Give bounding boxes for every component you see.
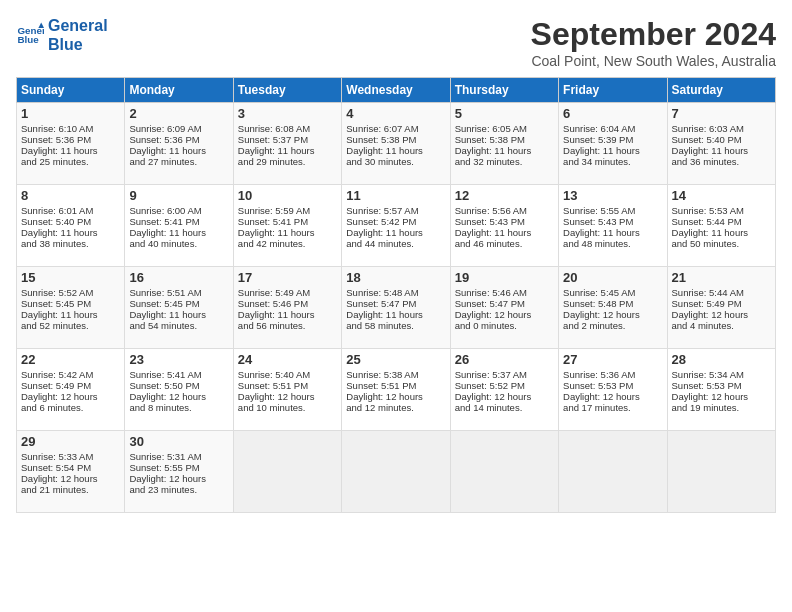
day-info: Daylight: 11 hours xyxy=(129,309,228,320)
calendar-cell: 16Sunrise: 5:51 AMSunset: 5:45 PMDayligh… xyxy=(125,267,233,349)
day-info: Sunrise: 6:04 AM xyxy=(563,123,662,134)
day-info: and 4 minutes. xyxy=(672,320,771,331)
calendar-cell: 1Sunrise: 6:10 AMSunset: 5:36 PMDaylight… xyxy=(17,103,125,185)
day-info: and 30 minutes. xyxy=(346,156,445,167)
calendar-cell: 10Sunrise: 5:59 AMSunset: 5:41 PMDayligh… xyxy=(233,185,341,267)
day-number: 29 xyxy=(21,434,120,449)
day-info: Sunset: 5:51 PM xyxy=(238,380,337,391)
day-info: Sunset: 5:52 PM xyxy=(455,380,554,391)
col-header-friday: Friday xyxy=(559,78,667,103)
day-info: Sunrise: 5:44 AM xyxy=(672,287,771,298)
day-number: 9 xyxy=(129,188,228,203)
svg-text:Blue: Blue xyxy=(17,35,39,46)
day-info: and 40 minutes. xyxy=(129,238,228,249)
day-info: and 29 minutes. xyxy=(238,156,337,167)
day-info: and 21 minutes. xyxy=(21,484,120,495)
col-header-saturday: Saturday xyxy=(667,78,775,103)
day-number: 1 xyxy=(21,106,120,121)
day-info: Daylight: 11 hours xyxy=(238,309,337,320)
day-info: Sunrise: 6:08 AM xyxy=(238,123,337,134)
logo-line1: General xyxy=(48,16,108,35)
day-number: 22 xyxy=(21,352,120,367)
day-info: and 38 minutes. xyxy=(21,238,120,249)
day-info: Sunset: 5:41 PM xyxy=(129,216,228,227)
col-header-sunday: Sunday xyxy=(17,78,125,103)
calendar-cell: 26Sunrise: 5:37 AMSunset: 5:52 PMDayligh… xyxy=(450,349,558,431)
day-number: 2 xyxy=(129,106,228,121)
week-row-4: 22Sunrise: 5:42 AMSunset: 5:49 PMDayligh… xyxy=(17,349,776,431)
day-info: and 42 minutes. xyxy=(238,238,337,249)
day-info: Sunset: 5:54 PM xyxy=(21,462,120,473)
col-header-monday: Monday xyxy=(125,78,233,103)
day-number: 17 xyxy=(238,270,337,285)
day-info: Sunrise: 5:45 AM xyxy=(563,287,662,298)
day-number: 26 xyxy=(455,352,554,367)
day-number: 25 xyxy=(346,352,445,367)
day-info: Daylight: 12 hours xyxy=(672,391,771,402)
week-row-2: 8Sunrise: 6:01 AMSunset: 5:40 PMDaylight… xyxy=(17,185,776,267)
day-info: Daylight: 11 hours xyxy=(455,227,554,238)
day-info: Sunset: 5:49 PM xyxy=(672,298,771,309)
day-number: 16 xyxy=(129,270,228,285)
day-number: 12 xyxy=(455,188,554,203)
day-info: Sunrise: 6:10 AM xyxy=(21,123,120,134)
col-header-tuesday: Tuesday xyxy=(233,78,341,103)
day-info: Sunrise: 6:05 AM xyxy=(455,123,554,134)
day-info: Sunrise: 5:36 AM xyxy=(563,369,662,380)
day-info: Sunset: 5:39 PM xyxy=(563,134,662,145)
day-info: Sunrise: 6:07 AM xyxy=(346,123,445,134)
day-info: Daylight: 12 hours xyxy=(21,391,120,402)
day-number: 13 xyxy=(563,188,662,203)
calendar-cell: 5Sunrise: 6:05 AMSunset: 5:38 PMDaylight… xyxy=(450,103,558,185)
day-info: Sunrise: 6:03 AM xyxy=(672,123,771,134)
day-info: Daylight: 11 hours xyxy=(238,227,337,238)
day-info: Sunset: 5:45 PM xyxy=(129,298,228,309)
day-info: Sunset: 5:43 PM xyxy=(455,216,554,227)
day-info: and 58 minutes. xyxy=(346,320,445,331)
calendar-cell: 12Sunrise: 5:56 AMSunset: 5:43 PMDayligh… xyxy=(450,185,558,267)
logo-line2: Blue xyxy=(48,35,108,54)
calendar-body: 1Sunrise: 6:10 AMSunset: 5:36 PMDaylight… xyxy=(17,103,776,513)
day-number: 20 xyxy=(563,270,662,285)
calendar-cell: 8Sunrise: 6:01 AMSunset: 5:40 PMDaylight… xyxy=(17,185,125,267)
day-info: Daylight: 11 hours xyxy=(672,145,771,156)
day-number: 11 xyxy=(346,188,445,203)
day-info: and 36 minutes. xyxy=(672,156,771,167)
day-info: Sunrise: 5:41 AM xyxy=(129,369,228,380)
day-number: 24 xyxy=(238,352,337,367)
day-info: Sunrise: 5:33 AM xyxy=(21,451,120,462)
calendar-cell: 20Sunrise: 5:45 AMSunset: 5:48 PMDayligh… xyxy=(559,267,667,349)
day-number: 21 xyxy=(672,270,771,285)
day-info: and 25 minutes. xyxy=(21,156,120,167)
calendar-cell: 25Sunrise: 5:38 AMSunset: 5:51 PMDayligh… xyxy=(342,349,450,431)
day-number: 15 xyxy=(21,270,120,285)
day-info: and 12 minutes. xyxy=(346,402,445,413)
col-header-thursday: Thursday xyxy=(450,78,558,103)
day-info: Daylight: 11 hours xyxy=(129,227,228,238)
calendar-cell: 28Sunrise: 5:34 AMSunset: 5:53 PMDayligh… xyxy=(667,349,775,431)
day-number: 7 xyxy=(672,106,771,121)
day-info: Daylight: 11 hours xyxy=(21,309,120,320)
day-number: 30 xyxy=(129,434,228,449)
day-info: Sunrise: 6:00 AM xyxy=(129,205,228,216)
day-info: Sunrise: 6:09 AM xyxy=(129,123,228,134)
day-info: Sunset: 5:40 PM xyxy=(672,134,771,145)
day-info: and 14 minutes. xyxy=(455,402,554,413)
day-info: and 54 minutes. xyxy=(129,320,228,331)
day-number: 27 xyxy=(563,352,662,367)
day-info: Sunrise: 5:31 AM xyxy=(129,451,228,462)
day-info: Daylight: 12 hours xyxy=(455,309,554,320)
day-info: Daylight: 11 hours xyxy=(21,227,120,238)
page-title: September 2024 xyxy=(531,16,776,53)
day-info: Daylight: 11 hours xyxy=(129,145,228,156)
calendar-cell: 11Sunrise: 5:57 AMSunset: 5:42 PMDayligh… xyxy=(342,185,450,267)
calendar-cell: 13Sunrise: 5:55 AMSunset: 5:43 PMDayligh… xyxy=(559,185,667,267)
logo: General Blue General Blue xyxy=(16,16,108,54)
day-info: Sunrise: 5:51 AM xyxy=(129,287,228,298)
day-info: Sunset: 5:38 PM xyxy=(455,134,554,145)
day-info: Daylight: 11 hours xyxy=(21,145,120,156)
day-info: Sunrise: 5:49 AM xyxy=(238,287,337,298)
day-info: Sunset: 5:36 PM xyxy=(21,134,120,145)
day-number: 23 xyxy=(129,352,228,367)
calendar-cell: 4Sunrise: 6:07 AMSunset: 5:38 PMDaylight… xyxy=(342,103,450,185)
